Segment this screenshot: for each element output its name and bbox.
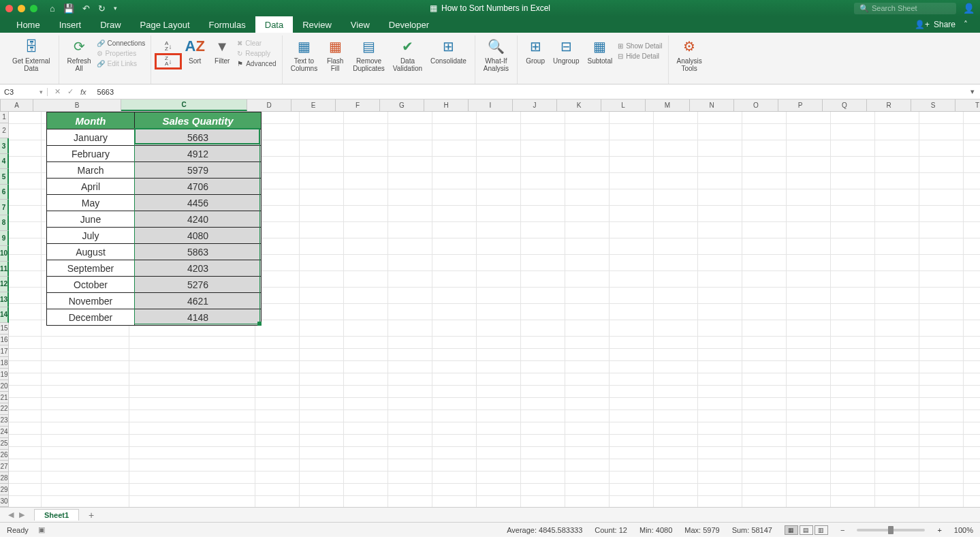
row-header[interactable]: 9: [0, 231, 9, 247]
page-break-view-button[interactable]: ▥: [815, 525, 828, 535]
column-header[interactable]: N: [690, 99, 734, 111]
column-header[interactable]: A: [1, 99, 33, 111]
data-validation-button[interactable]: ✔DataValidation: [390, 35, 425, 74]
row-header[interactable]: 1: [0, 112, 9, 123]
normal-view-button[interactable]: ▦: [785, 525, 798, 535]
row-header[interactable]: 30: [0, 495, 9, 507]
filter-button[interactable]: ▼ Filter: [210, 35, 234, 66]
table-cell[interactable]: 4456: [135, 194, 261, 211]
name-box[interactable]: C3▾: [0, 88, 48, 96]
hide-detail-button[interactable]: ⊟Hide Detail: [618, 52, 662, 60]
table-cell[interactable]: 4080: [135, 227, 261, 243]
table-cell[interactable]: January: [47, 129, 135, 145]
sort-button[interactable]: AZ Sort: [183, 35, 207, 66]
ungroup-button[interactable]: ⊟Ungroup: [550, 35, 582, 66]
table-cell[interactable]: September: [47, 260, 135, 276]
column-header[interactable]: F: [336, 99, 380, 111]
cancel-formula-icon[interactable]: ✕: [54, 87, 61, 96]
row-header[interactable]: 26: [0, 450, 9, 461]
row-header[interactable]: 19: [0, 369, 9, 380]
row-header[interactable]: 7: [0, 200, 9, 215]
table-header-cell[interactable]: Sales Quantity: [135, 112, 261, 129]
column-header[interactable]: J: [513, 99, 557, 111]
table-cell[interactable]: 5863: [135, 243, 261, 260]
row-header[interactable]: 25: [0, 438, 9, 450]
enter-formula-icon[interactable]: ✓: [67, 87, 74, 96]
user-icon[interactable]: 👤: [963, 3, 975, 14]
column-header[interactable]: R: [867, 99, 911, 111]
table-cell[interactable]: November: [47, 292, 135, 309]
refresh-all-button[interactable]: ⟳ RefreshAll: [65, 35, 94, 74]
table-cell[interactable]: 4240: [135, 211, 261, 227]
customize-qat-icon[interactable]: ▾: [114, 5, 117, 12]
row-header[interactable]: 28: [0, 472, 9, 484]
column-header[interactable]: T: [955, 99, 980, 111]
tab-draw[interactable]: Draw: [91, 16, 130, 33]
remove-duplicates-button[interactable]: ▤RemoveDuplicates: [350, 35, 388, 74]
show-detail-button[interactable]: ⊞Show Detail: [618, 42, 662, 50]
table-cell[interactable]: July: [47, 227, 135, 243]
column-header[interactable]: L: [601, 99, 646, 111]
column-header[interactable]: K: [557, 99, 601, 111]
column-header[interactable]: G: [380, 99, 424, 111]
zoom-in-button[interactable]: +: [937, 526, 941, 534]
table-cell[interactable]: 4203: [135, 260, 261, 276]
sheet-nav-prev[interactable]: ◀: [5, 510, 16, 519]
zoom-slider[interactable]: [857, 529, 925, 531]
tab-review[interactable]: Review: [293, 16, 341, 33]
row-header[interactable]: 24: [0, 427, 9, 438]
tab-insert[interactable]: Insert: [50, 16, 91, 33]
table-cell[interactable]: August: [47, 243, 135, 260]
save-icon[interactable]: 💾: [63, 3, 74, 14]
row-header[interactable]: 2: [0, 123, 9, 139]
fx-icon[interactable]: fx: [80, 88, 86, 96]
clear-filter-button[interactable]: ✖Clear: [237, 40, 276, 47]
redo-icon[interactable]: ↻: [98, 3, 106, 14]
text-to-columns-button[interactable]: ▦Text toColumns: [288, 35, 320, 74]
table-cell[interactable]: March: [47, 161, 135, 178]
row-header[interactable]: 10: [0, 246, 9, 262]
tab-data[interactable]: Data: [255, 16, 293, 33]
column-header[interactable]: H: [424, 99, 469, 111]
table-cell[interactable]: 5979: [135, 161, 261, 178]
reapply-button[interactable]: ↻Reapply: [237, 50, 276, 57]
table-cell[interactable]: 4706: [135, 178, 261, 194]
table-header-cell[interactable]: Month: [47, 112, 135, 129]
get-external-data-button[interactable]: 🗄 Get ExternalData: [10, 35, 53, 74]
row-header[interactable]: 5: [0, 169, 9, 185]
tab-home[interactable]: Home: [7, 16, 50, 33]
page-layout-view-button[interactable]: ▤: [800, 525, 813, 535]
column-header[interactable]: P: [778, 99, 823, 111]
zoom-thumb[interactable]: [888, 526, 894, 534]
minimize-window[interactable]: [18, 5, 25, 12]
row-header[interactable]: 18: [0, 357, 9, 369]
row-header[interactable]: 29: [0, 484, 9, 495]
analysis-tools-button[interactable]: ⚙AnalysisTools: [674, 35, 705, 74]
row-header[interactable]: 27: [0, 461, 9, 472]
home-icon[interactable]: ⌂: [50, 3, 55, 14]
sort-ascending-button[interactable]: AZ↓: [157, 40, 180, 53]
edit-links-button[interactable]: 🔗Edit Links: [97, 60, 146, 67]
flash-fill-button[interactable]: ▦FlashFill: [323, 35, 347, 74]
table-cell[interactable]: 5276: [135, 276, 261, 292]
table-cell[interactable]: February: [47, 145, 135, 161]
advanced-filter-button[interactable]: ⚑Advanced: [237, 60, 276, 67]
row-header[interactable]: 3: [0, 138, 9, 154]
row-header[interactable]: 4: [0, 154, 9, 170]
row-header[interactable]: 11: [0, 262, 9, 277]
table-cell[interactable]: December: [47, 309, 135, 325]
column-header[interactable]: C: [121, 99, 247, 111]
row-header[interactable]: 14: [0, 307, 9, 323]
sort-descending-button[interactable]: ZA↓: [157, 55, 180, 68]
row-header[interactable]: 16: [0, 335, 9, 346]
row-header[interactable]: 20: [0, 380, 9, 392]
connections-button[interactable]: 🔗Connections: [97, 40, 146, 47]
table-cell[interactable]: 4621: [135, 292, 261, 309]
close-window[interactable]: [5, 5, 13, 12]
row-header[interactable]: 13: [0, 292, 9, 308]
table-cell[interactable]: 5663: [135, 129, 261, 145]
undo-icon[interactable]: ↶: [82, 3, 90, 14]
zoom-level[interactable]: 100%: [954, 526, 973, 534]
table-cell[interactable]: 4912: [135, 145, 261, 161]
row-header[interactable]: 15: [0, 323, 9, 335]
